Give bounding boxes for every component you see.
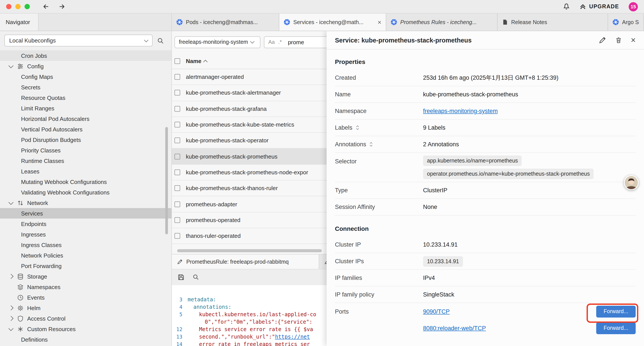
sidebar-item-priority-classes[interactable]: Priority Classes [0,145,172,155]
chevron-down-icon [8,326,14,331]
close-tab-icon[interactable]: × [375,18,382,26]
service-name: kube-prometheus-stack-kube-state-metrics [186,121,294,128]
regex-toggle[interactable]: .* [278,39,282,45]
expand-collapse-icon[interactable] [369,141,373,147]
forward-port-button[interactable]: Forward... [596,306,636,317]
sort-ascending-icon[interactable] [204,59,208,64]
sidebar-group-helm[interactable]: Helm [0,303,172,313]
row-checkbox[interactable] [174,169,180,175]
zoom-window-button[interactable] [24,4,30,9]
sidebar-search-icon[interactable] [157,37,164,44]
sidebar-item-services[interactable]: Services [0,208,172,219]
tab-bar: Navigator Pods - icecheng@mathmas... Ser… [0,13,644,31]
row-checkbox[interactable] [174,74,180,80]
navigator-label: Navigator [6,19,30,25]
sidebar-item-namespaces[interactable]: Namespaces [0,282,172,292]
editor-search-icon[interactable] [192,274,199,280]
row-checkbox[interactable] [174,106,180,111]
back-button[interactable] [42,3,50,10]
edit-pencil-icon[interactable] [599,36,606,44]
sidebar-item-definitions[interactable]: Definitions [0,334,172,345]
property-row-selector: Selector app.kubernetes.io/name=promethe… [335,153,636,182]
property-row-namespace: Namespace freeleaps-monitoring-system [335,103,636,120]
sidebar-item-leases[interactable]: Leases [0,166,172,177]
dock-tab-prometheusrule[interactable]: PrometheusRule: freeleaps-prod-rabbitmq [172,255,319,269]
sidebar-item-network-policies[interactable]: Network Policies [0,250,172,261]
annotations-count[interactable]: 2 Annotations [423,141,459,148]
close-panel-icon[interactable]: × [631,36,636,44]
sidebar-item-cron-jobs[interactable]: Cron Jobs [0,50,172,61]
row-checkbox[interactable] [174,122,180,127]
kubeconfig-selector[interactable]: Local Kubeconfigs [4,34,152,46]
save-icon[interactable] [178,274,184,281]
sidebar-item-secrets[interactable]: Secrets [0,82,172,92]
sidebar-group-storage[interactable]: Storage [0,271,172,282]
port-link-8080-reloader-web[interactable]: 8080:reloader-web/TCP [423,325,486,331]
horizontal-scrollbar[interactable] [177,249,322,252]
tab-label: Prometheus Rules - icecheng... [400,19,477,25]
tab-argo[interactable]: Argo Se [608,13,644,31]
minimize-window-button[interactable] [15,4,20,9]
property-row-type: Type ClusterIP [335,182,636,199]
row-checkbox[interactable] [174,201,180,207]
row-checkbox[interactable] [174,185,180,191]
forward-button[interactable] [58,3,65,10]
notification-count-badge[interactable]: 15 [629,2,638,11]
tab-prometheus-rules[interactable]: Prometheus Rules - icecheng... [386,13,498,31]
service-name: prometheus-adapter [186,201,237,207]
sidebar-scrollbar[interactable] [165,127,168,234]
sidebar-group-config[interactable]: Config [0,61,172,71]
row-checkbox[interactable] [174,90,180,96]
sidebar-item-vertical-pod-autoscalers[interactable]: Vertical Pod Autoscalers [0,124,172,134]
forward-port-button[interactable]: Forward... [596,322,636,334]
row-checkbox[interactable] [174,217,180,223]
sidebar-item-horizontal-pod-autoscalers[interactable]: Horizontal Pod Autoscalers [0,113,172,124]
sidebar-item-pod-disruption-budgets[interactable]: Pod Disruption Budgets [0,134,172,145]
namespace-link[interactable]: freeleaps-monitoring-system [423,108,498,114]
labels-count[interactable]: 9 Labels [423,124,446,131]
sidebar-item-resource-quotas[interactable]: Resource Quotas [0,92,172,103]
sidebar-item-limit-ranges[interactable]: Limit Ranges [0,103,172,113]
line-number: 12 [172,326,188,332]
helm-icon [17,305,24,311]
close-window-button[interactable] [6,4,12,9]
property-row-labels: Labels 9 Labels [335,120,636,136]
user-avatar[interactable] [624,175,639,190]
match-case-toggle[interactable]: Aa [268,39,275,45]
sidebar-item-port-forwarding[interactable]: Port Forwarding [0,261,172,271]
notifications-bell-icon[interactable] [563,3,570,10]
name-column-header[interactable]: Name [186,58,202,64]
sidebar-item-config-maps[interactable]: Config Maps [0,71,172,82]
window-titlebar: UPGRADE 15 [0,0,644,13]
row-checkbox[interactable] [174,153,180,159]
sidebar-item-validating-webhook-configurations[interactable]: Validating Webhook Configurations [0,187,172,198]
sidebar-item-mutating-webhook-configurations[interactable]: Mutating Webhook Configurations [0,177,172,187]
row-checkbox[interactable] [174,233,180,239]
row-checkbox[interactable] [174,138,180,143]
search-query-text: prome [288,39,304,45]
tab-services[interactable]: Services - icecheng@math... × [279,13,386,31]
sidebar-item-ingresses[interactable]: Ingresses [0,229,172,240]
sidebar-item-endpoints[interactable]: Endpoints [0,219,172,229]
property-row-cluster-ip: Cluster IP 10.233.14.91 [335,237,636,253]
tab-label: Argo Se [622,19,639,25]
delete-trash-icon[interactable] [615,36,622,44]
tab-pods[interactable]: Pods - icecheng@mathmas... [172,13,279,31]
expand-collapse-icon[interactable] [356,125,360,130]
sidebar-item-events[interactable]: Events [0,292,172,303]
sidebar-item-ingress-classes[interactable]: Ingress Classes [0,240,172,250]
service-name: kube-prometheus-stack-operator [186,137,268,144]
service-name: prometheus-operated [186,217,240,223]
tab-release-notes[interactable]: Release Notes [498,13,608,31]
upgrade-button[interactable]: UPGRADE [580,3,619,10]
namespace-filter-select[interactable]: freeleaps-monitoring-system [174,36,260,48]
sidebar-group-custom-resources[interactable]: Custom Resources [0,324,172,334]
sidebar-item-runtime-classes[interactable]: Runtime Classes [0,155,172,166]
code-url-link[interactable]: https://net [275,334,310,340]
kubernetes-icon [390,19,397,25]
port-link-9090[interactable]: 9090/TCP [423,308,450,315]
sidebar-group-access-control[interactable]: Access Control [0,313,172,324]
navigator-panel-tab[interactable]: Navigator [0,13,38,31]
sidebar-group-network[interactable]: Network [0,198,172,208]
select-all-checkbox[interactable] [174,58,180,64]
